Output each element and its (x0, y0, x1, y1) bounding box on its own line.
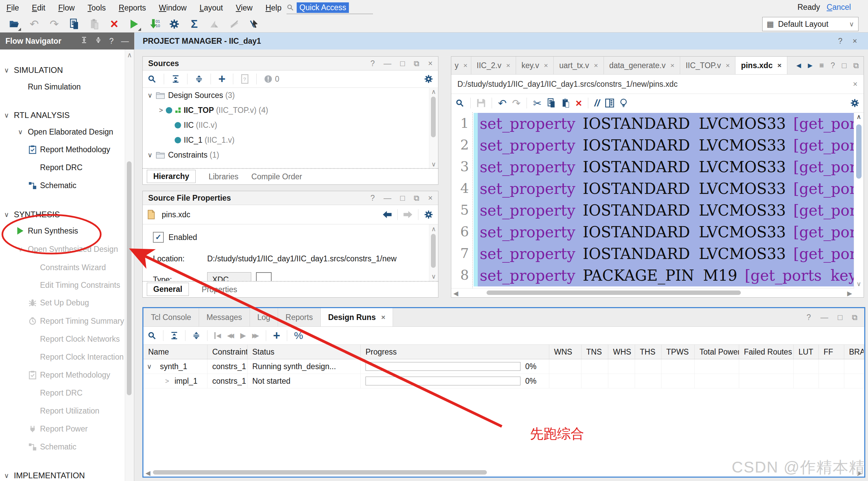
flow-nav-item-report-methodology-rtl[interactable]: Report Methodology (0, 141, 124, 158)
close-icon[interactable]: × (428, 194, 433, 203)
chevron-right-icon[interactable]: > (165, 377, 169, 385)
delete-icon[interactable]: × (575, 97, 582, 109)
settings-gear-icon[interactable] (168, 18, 180, 30)
editor-vertical-scrollbar[interactable]: ∧ ∨ (854, 112, 864, 288)
flow-nav-section-implementation[interactable]: ∨IMPLEMENTATION (0, 467, 124, 481)
scrollbar-thumb[interactable] (153, 470, 487, 475)
add-sources-icon[interactable]: + (218, 73, 225, 85)
scroll-up-icon[interactable]: ∧ (429, 225, 438, 233)
flow-nav-item-run-simulation[interactable]: Run Simulation (0, 78, 124, 96)
col-total-power[interactable]: Total Power (695, 345, 739, 359)
minimize-icon[interactable]: — (121, 37, 129, 46)
col-status[interactable]: Status (248, 345, 361, 359)
maximize-icon[interactable]: □ (400, 59, 405, 68)
help-icon[interactable]: ? (838, 37, 843, 46)
chevron-down-icon[interactable]: ∨ (147, 362, 152, 370)
editor-tab-key[interactable]: key.v× (516, 57, 554, 74)
col-name[interactable]: Name (143, 345, 208, 359)
scroll-up-icon[interactable]: ∧ (856, 113, 861, 121)
tab-design-runs[interactable]: Design Runs× (321, 308, 393, 326)
col-ff[interactable]: FF (819, 345, 844, 359)
scroll-down-icon[interactable]: ∨ (856, 280, 861, 288)
editor-tab-pins-xdc[interactable]: pins.xdc× (735, 57, 787, 74)
search-icon[interactable] (147, 75, 156, 83)
indent-table-icon[interactable] (605, 99, 614, 107)
col-failed-routes[interactable]: Failed Routes (739, 345, 794, 359)
table-row-synth-1[interactable]: ∨synth_1 constrs_1 Running synth_design.… (143, 359, 864, 374)
lightbulb-icon[interactable] (619, 98, 628, 108)
expand-collapse-icon[interactable] (95, 37, 102, 46)
menu-file[interactable]: File (0, 0, 25, 15)
scroll-left-icon[interactable]: ◀ (453, 289, 458, 297)
scroll-right-icon[interactable]: ▶ (847, 289, 852, 297)
enabled-checkbox[interactable]: ✓ (153, 232, 164, 243)
tab-messages[interactable]: Messages (199, 308, 250, 326)
editor-tab-iic2[interactable]: IIC_2.v× (471, 57, 516, 74)
collapse-all-icon[interactable] (172, 75, 180, 83)
menu-help[interactable]: Help (259, 0, 288, 15)
cancel-link[interactable]: Cancel (827, 3, 851, 12)
close-icon[interactable]: × (594, 61, 598, 69)
step-icon[interactable]: 0110 (148, 18, 160, 30)
tab-scroll-left-icon[interactable]: ◀ (796, 62, 801, 69)
close-icon[interactable]: × (428, 59, 433, 68)
float-icon[interactable]: ⧉ (853, 61, 859, 70)
create-runs-icon[interactable]: + (273, 329, 280, 342)
menu-reports[interactable]: Reports (112, 0, 153, 15)
col-whs[interactable]: WHS (608, 345, 635, 359)
scroll-up-icon[interactable]: ∧ (429, 88, 438, 96)
col-constraints[interactable]: Constraints (208, 345, 248, 359)
menu-window[interactable]: Window (153, 0, 193, 15)
col-lut[interactable]: LUT (794, 345, 819, 359)
quick-access-search[interactable]: Quick Access (287, 1, 373, 14)
help-icon[interactable]: ? (370, 194, 375, 203)
flow-nav-item-report-drc-rtl[interactable]: Report DRC (0, 159, 124, 176)
menu-edit[interactable]: Edit (25, 0, 52, 15)
tab-properties[interactable]: Properties (202, 285, 237, 294)
col-tpws[interactable]: TPWS (662, 345, 695, 359)
chevron-down-icon[interactable]: ∨ (147, 151, 153, 159)
tree-row-iic[interactable]: IIC (IIC.v) (143, 118, 429, 133)
search-icon[interactable] (147, 331, 156, 340)
tree-row-iic-top[interactable]: > IIC_TOP (IIC_TOP.v) (4) (143, 103, 429, 118)
menu-view[interactable]: View (229, 0, 259, 15)
tree-row-design-sources[interactable]: ∨ Design Sources (3) (143, 88, 429, 103)
cut-icon[interactable]: ✂ (533, 97, 541, 109)
help-icon[interactable]: ? (831, 61, 835, 70)
copy-icon[interactable] (547, 98, 556, 108)
editor-tab-data-generate[interactable]: data_generate.v× (604, 57, 680, 74)
collapse-all-icon[interactable] (170, 332, 178, 340)
minimize-icon[interactable]: — (383, 59, 391, 68)
gear-icon[interactable] (424, 74, 433, 84)
help-icon[interactable]: ? (109, 37, 114, 46)
tree-row-iic-1[interactable]: IIC_1 (IIC_1.v) (143, 133, 429, 147)
minimize-icon[interactable]: — (383, 194, 391, 203)
close-icon[interactable]: × (381, 313, 385, 321)
float-icon[interactable]: ⧉ (852, 313, 857, 322)
scroll-left-icon[interactable]: ◀ (145, 469, 151, 477)
undo-icon[interactable]: ↶ (498, 97, 507, 109)
tree-row-constraints[interactable]: ∨ Constraints (1) (143, 147, 429, 162)
editor-tab-iic-top[interactable]: IIC_TOP.v× (680, 57, 735, 74)
expand-all-icon[interactable] (192, 332, 200, 340)
scroll-up-icon[interactable]: ∧ (125, 51, 134, 59)
close-icon[interactable]: × (506, 61, 510, 69)
table-row-impl-1[interactable]: >impl_1 constrs_1 Not started 0% (143, 374, 864, 388)
col-tns[interactable]: TNS (581, 345, 608, 359)
sfp-scrollbar[interactable]: ∧ ∨ (429, 224, 438, 281)
flow-nav-item-schematic-rtl[interactable]: Schematic (0, 177, 124, 194)
flow-nav-item-run-synthesis[interactable]: Run Synthesis (0, 222, 124, 240)
run-icon[interactable] (128, 18, 140, 30)
tab-list-icon[interactable]: ≡ (819, 61, 824, 70)
more-button[interactable]: … (256, 272, 272, 281)
chevron-down-icon[interactable]: ∨ (147, 91, 153, 99)
float-icon[interactable]: ⧉ (414, 59, 419, 68)
close-icon[interactable]: × (726, 61, 730, 69)
minimize-icon[interactable]: — (821, 313, 828, 322)
probe-cursor-icon[interactable] (248, 18, 260, 30)
tab-tcl-console[interactable]: Tcl Console (143, 308, 199, 326)
maximize-icon[interactable]: □ (400, 194, 405, 203)
close-icon[interactable]: × (853, 80, 857, 89)
tab-libraries[interactable]: Libraries (209, 172, 238, 181)
scroll-down-icon[interactable]: ∨ (429, 160, 438, 168)
